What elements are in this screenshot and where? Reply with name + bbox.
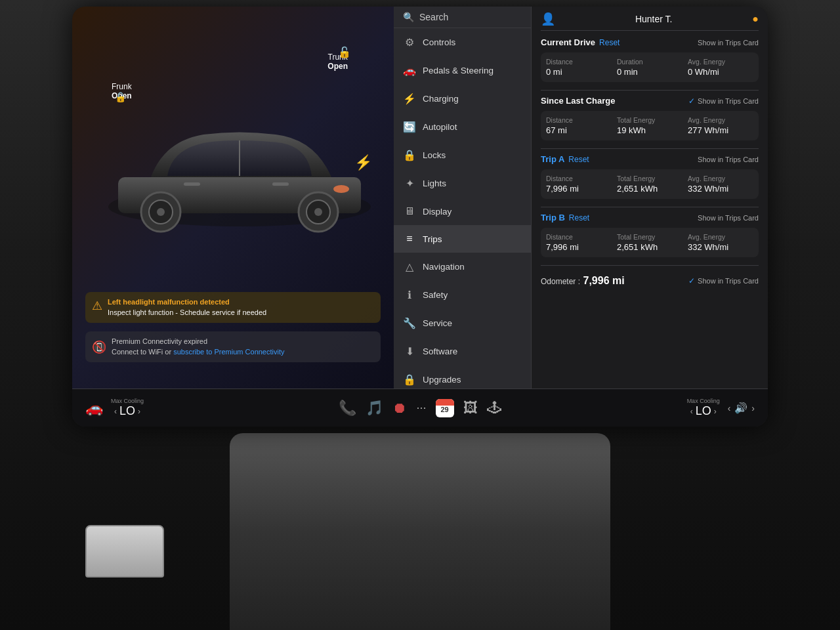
taskbar: 🚗 Max Cooling ‹ LO › 📞 🎵 ⏺ ··· 29 bbox=[72, 388, 768, 427]
warning-text: Left headlight malfunction detected Insp… bbox=[108, 297, 266, 318]
svg-rect-11 bbox=[184, 182, 200, 186]
trip-a-section: Trip A Reset Show in Trips Card Distance… bbox=[541, 154, 759, 199]
calendar-header bbox=[436, 399, 454, 406]
warning-icon: ⚠ bbox=[92, 299, 102, 313]
volume-increase[interactable]: › bbox=[751, 403, 755, 413]
climate-left-decrease[interactable]: ‹ bbox=[114, 407, 117, 416]
menu-item-display[interactable]: 🖥 Display bbox=[394, 198, 531, 225]
calendar-date: 29 bbox=[440, 406, 448, 413]
trip-b-header: Trip B Reset Show in Trips Card bbox=[541, 213, 759, 222]
menu-item-pedals[interactable]: 🚗 Pedals & Steering bbox=[394, 56, 531, 85]
games-app-icon[interactable]: 🕹 bbox=[487, 400, 501, 417]
trunk-open-icon: 🔓 bbox=[338, 46, 351, 58]
climate-right-value: LO bbox=[696, 404, 711, 418]
trip-b-energy-cell: Total Energy 2,651 kWh bbox=[617, 233, 682, 252]
connectivity-text: Premium Connectivity expired Connect to … bbox=[112, 337, 284, 357]
volume-icon[interactable]: 🔊 bbox=[734, 402, 747, 414]
since-last-charge-section: Since Last Charge ✓ Show in Trips Card D… bbox=[541, 96, 759, 140]
slc-distance-cell: Distance 67 mi bbox=[546, 116, 612, 135]
trip-b-data: Distance 7,996 mi Total Energy 2,651 kWh… bbox=[541, 228, 759, 257]
trip-a-data: Distance 7,996 mi Total Energy 2,651 kWh… bbox=[541, 169, 759, 199]
trip-b-section: Trip B Reset Show in Trips Card Distance… bbox=[541, 213, 759, 257]
current-distance-cell: Distance 0 mi bbox=[546, 58, 612, 77]
menu-item-autopilot[interactable]: 🔄 Autopilot bbox=[394, 113, 531, 141]
menu-list: ⚙ Controls 🚗 Pedals & Steering ⚡ Chargin… bbox=[394, 28, 531, 388]
since-last-charge-show: Show in Trips Card bbox=[698, 97, 759, 105]
trip-a-distance-cell: Distance 7,996 mi bbox=[546, 175, 612, 194]
spotify-app-icon[interactable]: 🎵 bbox=[366, 400, 383, 417]
tablet-screen: Frunk Open Trunk Open 🔓 🔓 bbox=[72, 7, 768, 427]
menu-item-label: Software bbox=[423, 346, 457, 356]
navigation-icon: △ bbox=[403, 261, 416, 273]
menu-item-controls[interactable]: ⚙ Controls bbox=[394, 28, 531, 56]
menu-item-charging[interactable]: ⚡ Charging bbox=[394, 85, 531, 113]
phone-app-icon[interactable]: 📞 bbox=[339, 400, 356, 417]
odometer-label: Odometer : bbox=[541, 277, 580, 286]
menu-item-service[interactable]: 🔧 Service bbox=[394, 309, 531, 337]
menu-item-upgrades[interactable]: 🔒 Upgrades bbox=[394, 366, 531, 388]
climate-right-increase[interactable]: › bbox=[714, 407, 717, 416]
frunk-open-icon: 🔓 bbox=[115, 92, 126, 102]
since-last-charge-data: Distance 67 mi Total Energy 19 kWh Avg. … bbox=[541, 111, 759, 140]
calendar-app-icon[interactable]: 29 bbox=[436, 399, 454, 417]
menu-item-lights[interactable]: ✦ Lights bbox=[394, 169, 531, 198]
since-last-charge-check: ✓ bbox=[688, 96, 695, 106]
user-header: 👤 Hunter T. ● bbox=[541, 12, 759, 31]
taskbar-left: 🚗 Max Cooling ‹ LO › bbox=[85, 398, 308, 418]
car-visualization: Frunk Open Trunk Open 🔓 🔓 bbox=[79, 13, 387, 382]
trip-a-show-trips: Show in Trips Card bbox=[698, 156, 759, 163]
climate-right-label: Max Cooling bbox=[687, 398, 720, 404]
climate-left-increase[interactable]: › bbox=[138, 407, 140, 416]
trip-a-reset[interactable]: Reset bbox=[568, 155, 589, 164]
menu-item-navigation[interactable]: △ Navigation bbox=[394, 253, 531, 281]
current-drive-header: Current Drive Reset Show in Trips Card bbox=[541, 37, 759, 47]
menu-item-label: Controls bbox=[423, 37, 455, 47]
media-app-icon[interactable]: ⏺ bbox=[392, 400, 407, 417]
volume-section: ‹ 🔊 › bbox=[728, 402, 755, 414]
svg-point-9 bbox=[333, 185, 349, 193]
current-drive-reset[interactable]: Reset bbox=[599, 38, 620, 47]
menu-item-label: Lights bbox=[423, 178, 446, 188]
slc-energy-cell: Total Energy 19 kWh bbox=[617, 116, 682, 135]
brake-pedal bbox=[85, 525, 164, 578]
menu-item-safety[interactable]: ℹ Safety bbox=[394, 281, 531, 309]
trip-b-reset[interactable]: Reset bbox=[569, 213, 589, 222]
software-icon: ⬇ bbox=[403, 345, 416, 358]
volume-decrease[interactable]: ‹ bbox=[728, 403, 731, 413]
car-image: ⚡ bbox=[98, 105, 381, 236]
svg-point-8 bbox=[314, 208, 322, 216]
search-bar[interactable]: 🔍 Search bbox=[394, 7, 531, 28]
locks-icon: 🔒 bbox=[403, 149, 416, 161]
current-duration-cell: Duration 0 min bbox=[617, 58, 682, 77]
headlight-warning: ⚠ Left headlight malfunction detected In… bbox=[85, 292, 381, 323]
photos-app-icon[interactable]: 🖼 bbox=[463, 400, 478, 417]
autopilot-icon: 🔄 bbox=[403, 121, 416, 133]
taskbar-apps: 📞 🎵 ⏺ ··· 29 🖼 🕹 bbox=[308, 399, 532, 417]
main-content: Frunk Open Trunk Open 🔓 🔓 bbox=[72, 7, 768, 388]
trip-b-show-trips: Show in Trips Card bbox=[698, 214, 759, 222]
climate-right-controls: ‹ LO › bbox=[690, 404, 717, 418]
safety-icon: ℹ bbox=[403, 289, 416, 301]
more-apps-icon[interactable]: ··· bbox=[416, 401, 426, 415]
since-last-charge-title: Since Last Charge bbox=[541, 96, 615, 106]
climate-right-decrease[interactable]: ‹ bbox=[690, 407, 693, 416]
menu-item-locks[interactable]: 🔒 Locks bbox=[394, 141, 531, 169]
premium-connectivity-link[interactable]: subscribe to Premium Connectivity bbox=[173, 348, 284, 356]
menu-item-software[interactable]: ⬇ Software bbox=[394, 337, 531, 366]
car-taskbar-icon[interactable]: 🚗 bbox=[85, 400, 103, 417]
taskbar-right: Max Cooling ‹ LO › ‹ 🔊 › bbox=[532, 398, 755, 418]
console-mount bbox=[230, 433, 610, 630]
odometer-reading: Odometer : 7,996 mi bbox=[541, 275, 625, 287]
menu-item-label: Service bbox=[423, 318, 452, 328]
menu-item-label: Safety bbox=[423, 290, 448, 300]
menu-item-label: Display bbox=[423, 207, 452, 217]
svg-text:⚡: ⚡ bbox=[354, 154, 373, 171]
search-icon: 🔍 bbox=[403, 12, 414, 22]
settings-menu: 🔍 Search ⚙ Controls 🚗 Pedals & Steering … bbox=[394, 7, 532, 388]
search-label: Search bbox=[419, 12, 448, 22]
current-drive-title: Current Drive bbox=[541, 37, 595, 47]
connectivity-notice: 📵 Premium Connectivity expired Connect t… bbox=[85, 331, 381, 362]
menu-item-label: Autopilot bbox=[423, 122, 457, 132]
menu-item-trips[interactable]: ≡ Trips bbox=[394, 225, 531, 253]
divider-3 bbox=[541, 207, 759, 207]
